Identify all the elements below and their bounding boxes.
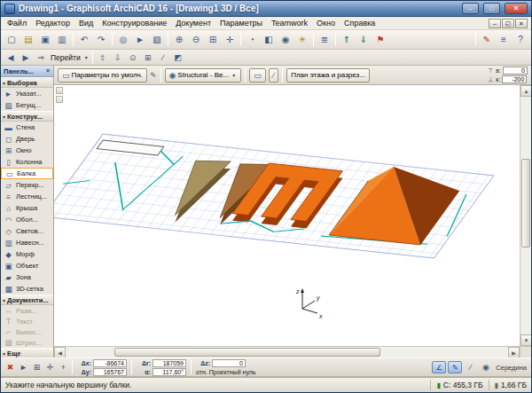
fit-in-window-button[interactable]: ⊞ [205,32,221,47]
mdi-minimize-button[interactable]: – [489,19,501,28]
forward-button[interactable]: ▶ [19,51,33,64]
render-button[interactable]: ☀ [294,32,310,47]
maximize-button[interactable]: □ [483,3,500,14]
orbit-button[interactable]: ◔ [244,32,260,47]
new-file-button[interactable]: ▢ [4,32,20,47]
open-folder-button[interactable]: ▤ [20,32,36,47]
bottom-offset-input[interactable]: -200 [502,75,527,83]
scroll-up-button[interactable]: ▲ [520,85,531,97]
close-button[interactable]: ✕ [505,3,528,14]
dr-input[interactable]: 187059 [153,359,186,367]
story-up-button[interactable]: ⇧ [96,51,110,64]
vertical-scroll-track[interactable] [520,97,531,334]
save-button[interactable]: ▣ [37,32,53,47]
relative-angle-toggle[interactable]: ∠ [432,361,446,373]
dx-input[interactable]: -86674 [93,359,127,367]
tracker-toggle-button[interactable]: ⊞ [30,360,43,374]
dz-input[interactable]: 0 [212,359,246,367]
3d-window-button[interactable]: ◧ [261,32,277,47]
top-offset-input[interactable]: 0 [503,67,528,75]
menu-view[interactable]: Вид [74,18,98,28]
teamwork-receive-button[interactable]: ⇓ [356,32,372,47]
toolbox-section-document[interactable]: ▾ Документи... [1,295,53,305]
menu-file[interactable]: Файл [3,18,31,28]
3d-model-canvas[interactable]: z y x [54,85,521,348]
cursor-icon[interactable]: ► [17,360,30,374]
toolbox-header[interactable]: Панель... ✕ [1,66,53,77]
bookmark-flag-button[interactable]: ⚑ [372,32,388,47]
teamwork-send-button[interactable]: ⇑ [339,32,355,47]
help-button[interactable]: ? [512,32,528,47]
toolbox-item-shell[interactable]: ◠ Обол... [1,214,53,225]
menu-design[interactable]: Конструирование [98,18,171,28]
menu-edit[interactable]: Редактор [31,18,74,28]
undo-button[interactable]: ↶ [76,32,92,47]
menu-help[interactable]: Справка [340,18,379,28]
toolbox-item-morph[interactable]: ◆ Морф [1,248,53,260]
pen-sets-button[interactable]: ✎ [479,32,495,47]
snap-point-icon[interactable]: ◉ [479,360,492,374]
close-icon[interactable]: ✕ [45,67,51,75]
toolbox-item-slab[interactable]: ▱ Перекр... [1,179,53,191]
guide-icon[interactable]: ∕ [464,360,477,374]
default-settings-button[interactable]: ▭ Параметры по умолч. [58,68,147,83]
zoom-in-button[interactable]: ⊕ [171,32,187,47]
zoom-select-button[interactable]: ⊙ [126,51,140,64]
toolbox-section-design[interactable]: ▾ Конструк... [1,111,53,122]
back-button[interactable]: ◀ [4,51,18,64]
horizontal-scroll-thumb[interactable] [114,348,380,357]
vertical-scrollbar[interactable]: ▲ ▼ [520,85,531,346]
mdi-close-button[interactable]: ✕ [515,19,528,28]
layer-settings-button[interactable]: ≣ [317,32,332,47]
angle-input[interactable]: 117,60° [153,368,186,376]
pen-icon[interactable]: ✎ [150,71,157,80]
work-environment-button[interactable]: ≡ [496,32,512,47]
reference-level-label[interactable]: отн. Проектный нуль [196,369,255,375]
add-button[interactable]: + [57,360,70,374]
toolbox-item-skylight[interactable]: ◇ Светов... [1,225,53,237]
toolbox-section-more[interactable]: ▾ Еще [1,348,53,358]
go-to-label[interactable]: Перейти [49,53,82,62]
dy-input[interactable]: 165767 [93,368,127,376]
zoom-out-button[interactable]: ⊖ [188,32,204,47]
viewport-pin-icon[interactable] [56,87,63,94]
cancel-button[interactable]: ✖ [4,360,17,374]
toolbox-item-stair[interactable]: ≡ Лестниц... [1,191,53,202]
toolbox-item-arrow[interactable]: ► Указат... [1,88,53,99]
toolbox-item-curtain-wall[interactable]: ▥ Навесн... [1,237,53,248]
toolbox-item-beam[interactable]: ▭ Балка [1,168,53,179]
scroll-right-button[interactable]: ▶ [508,347,520,358]
geometry-straight-button[interactable]: ▭ [249,68,266,83]
trace-reference-button[interactable]: ◩ [171,51,185,64]
toolbox-item-object[interactable]: ▣ Объект [1,260,53,271]
marquee-tool-button[interactable]: ▧ [149,32,165,47]
toolbox-item-mesh[interactable]: ▦ 3D-сетка [1,283,53,295]
minimize-button[interactable]: – [462,3,479,14]
geometry-incline-button[interactable]: ∕ [269,68,279,83]
viewport-tab-icon[interactable] [56,96,63,103]
toolbox-item-wall[interactable]: ▬ Стена [1,122,53,133]
floor-plan-section-button[interactable]: План этажа и разрез... [286,68,370,83]
menu-options[interactable]: Параметры [215,18,267,28]
menu-document[interactable]: Документ [171,18,215,28]
horizontal-scrollbar[interactable]: ◀ ▶ [54,346,520,358]
scroll-left-button[interactable]: ◀ [54,347,66,358]
toolbox-item-window[interactable]: ⊞ Окно [1,145,53,156]
horizontal-scroll-track[interactable] [66,347,508,358]
story-down-button[interactable]: ⇩ [111,51,125,64]
guide-lines-button[interactable]: ∕ [156,51,170,64]
find-select-button[interactable]: ◎ [115,32,131,47]
toolbox-item-zone[interactable]: ▰ Зона [1,271,53,283]
mdi-restore-button[interactable]: ◱ [502,19,514,28]
chevron-down-icon[interactable]: ▾ [83,54,90,60]
pan-button[interactable]: ✛ [222,32,238,47]
pen-toggle[interactable]: ✎ [448,361,462,373]
titlebar[interactable]: Drawing1 - Graphisoft ArchiCAD 16 - [Dra… [1,1,531,17]
vertical-scroll-thumb[interactable] [521,159,530,248]
toolbox-item-door[interactable]: ◻ Дверь [1,133,53,145]
menu-teamwork[interactable]: Teamwork [267,18,312,28]
favorites-dropdown[interactable]: ◉ Structural - Be... ▾ [165,68,242,83]
scroll-down-button[interactable]: ▼ [520,334,531,346]
redo-button[interactable]: ↷ [93,32,109,47]
camera-button[interactable]: ◉ [278,32,293,47]
